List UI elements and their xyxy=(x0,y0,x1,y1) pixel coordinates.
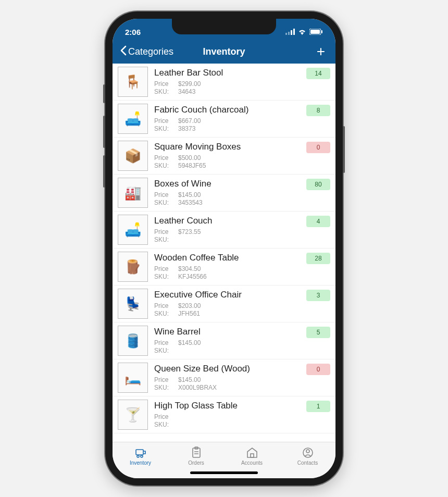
status-time: 2:06 xyxy=(125,28,141,36)
sku-label: SKU: xyxy=(154,273,178,280)
price-label: Price xyxy=(154,339,178,346)
item-info: Boxes of WinePrice$145.00SKU:3453543 xyxy=(154,178,300,206)
item-meta: Price$145.00SKU: xyxy=(154,339,300,354)
inventory-icon xyxy=(134,446,147,459)
item-meta: Price$145.00SKU:3453543 xyxy=(154,191,300,206)
list-item[interactable]: 🍸High Top Glass TablePriceSKU:1 xyxy=(113,396,335,433)
item-meta: Price$299.00SKU:34643 xyxy=(154,80,300,95)
tab-contacts[interactable]: Contacts xyxy=(280,442,335,470)
sku-label: SKU: xyxy=(154,384,178,391)
item-info: Wooden Coffee TablePrice$304.50SKU:KFJ45… xyxy=(154,252,300,280)
side-button xyxy=(103,84,105,103)
quantity-badge: 3 xyxy=(306,290,330,301)
sku-value: 38373 xyxy=(178,125,300,132)
item-info: Square Moving BoxesPrice$500.00SKU:5948J… xyxy=(154,141,300,169)
item-info: Executive Office ChairPrice$203.00SKU:JF… xyxy=(154,289,300,317)
item-name: Square Moving Boxes xyxy=(154,142,300,152)
sku-label: SKU: xyxy=(154,88,178,95)
contacts-icon xyxy=(302,446,314,459)
item-thumbnail: 🍸 xyxy=(118,400,148,430)
inventory-list[interactable]: 🪑Leather Bar StoolPrice$299.00SKU:346431… xyxy=(113,64,335,442)
sku-label: SKU: xyxy=(154,236,178,243)
sku-value xyxy=(178,347,300,354)
item-name: Wooden Coffee Table xyxy=(154,253,300,263)
price-value xyxy=(178,413,300,420)
list-item[interactable]: 🏭Boxes of WinePrice$145.00SKU:345354380 xyxy=(113,175,335,212)
sku-value: 34643 xyxy=(178,88,300,95)
item-name: Executive Office Chair xyxy=(154,290,300,300)
item-thumbnail: 🪑 xyxy=(118,67,148,97)
tab-inventory[interactable]: Inventory xyxy=(113,442,168,470)
item-thumbnail: 🏭 xyxy=(118,178,148,208)
accounts-icon xyxy=(246,446,258,459)
svg-rect-14 xyxy=(251,454,254,457)
signal-icon xyxy=(285,28,295,36)
item-info: Fabric Couch (charcoal)Price$667.00SKU:3… xyxy=(154,104,300,132)
list-item[interactable]: 💺Executive Office ChairPrice$203.00SKU:J… xyxy=(113,285,335,322)
svg-rect-1 xyxy=(288,32,290,35)
sku-value: 3453543 xyxy=(178,199,300,206)
quantity-badge: 5 xyxy=(306,327,330,338)
tab-orders[interactable]: Orders xyxy=(168,442,224,470)
tab-accounts[interactable]: Accounts xyxy=(224,442,280,470)
price-value: $667.00 xyxy=(178,117,300,125)
sku-label: SKU: xyxy=(154,310,178,317)
item-name: Leather Couch xyxy=(154,216,300,226)
item-info: Wine BarrelPrice$145.00SKU: xyxy=(154,326,300,354)
price-label: Price xyxy=(154,191,178,198)
svg-rect-5 xyxy=(310,30,320,34)
item-meta: Price$203.00SKU:JFH561 xyxy=(154,302,300,317)
sku-value: JFH561 xyxy=(178,310,300,317)
svg-point-8 xyxy=(137,455,139,457)
battery-icon xyxy=(309,28,323,36)
quantity-badge: 4 xyxy=(306,216,330,227)
svg-rect-3 xyxy=(293,29,295,35)
quantity-badge: 28 xyxy=(306,253,330,264)
tab-label: Orders xyxy=(188,460,204,466)
item-name: Leather Bar Stool xyxy=(154,68,300,78)
item-thumbnail: 📦 xyxy=(118,141,148,171)
status-icons xyxy=(285,28,323,36)
list-item[interactable]: 🪵Wooden Coffee TablePrice$304.50SKU:KFJ4… xyxy=(113,249,335,285)
item-info: Leather Bar StoolPrice$299.00SKU:34643 xyxy=(154,67,300,95)
tab-label: Contacts xyxy=(297,460,318,466)
svg-rect-0 xyxy=(285,33,287,35)
list-item[interactable]: 🛏️Queen Size Bed (Wood)Price$145.00SKU:X… xyxy=(113,359,335,396)
list-item[interactable]: 🪑Leather Bar StoolPrice$299.00SKU:346431… xyxy=(113,64,335,101)
price-label: Price xyxy=(154,376,178,383)
home-indicator[interactable] xyxy=(190,471,258,474)
quantity-badge: 0 xyxy=(306,364,330,375)
list-item[interactable]: 📦Square Moving BoxesPrice$500.00SKU:5948… xyxy=(113,138,335,175)
item-thumbnail: 🪵 xyxy=(118,252,148,282)
back-label: Categories xyxy=(128,46,173,57)
add-button[interactable]: + xyxy=(317,44,328,59)
sku-label: SKU: xyxy=(154,199,178,206)
svg-rect-6 xyxy=(321,30,322,33)
item-info: High Top Glass TablePriceSKU: xyxy=(154,400,300,428)
sku-label: SKU: xyxy=(154,347,178,354)
price-label: Price xyxy=(154,413,178,420)
plus-icon: + xyxy=(317,43,325,59)
nav-bar: Categories Inventory + xyxy=(113,40,335,64)
item-name: Wine Barrel xyxy=(154,327,300,337)
list-item[interactable]: 🛋️Fabric Couch (charcoal)Price$667.00SKU… xyxy=(113,101,335,138)
item-info: Leather CouchPrice$723.55SKU: xyxy=(154,215,300,243)
item-name: Queen Size Bed (Wood) xyxy=(154,364,300,374)
svg-rect-2 xyxy=(291,30,292,35)
list-item[interactable]: 🛋️Leather CouchPrice$723.55SKU:4 xyxy=(113,212,335,249)
sku-value: KFJ45566 xyxy=(178,273,300,280)
side-button xyxy=(103,155,105,188)
side-button xyxy=(103,116,105,148)
sku-value: 5948JF65 xyxy=(178,162,300,169)
back-button[interactable]: Categories xyxy=(120,45,173,58)
item-thumbnail: 💺 xyxy=(118,289,148,319)
sku-value: X000L9BRAX xyxy=(178,384,300,391)
sku-label: SKU: xyxy=(154,162,178,169)
price-value: $203.00 xyxy=(178,302,300,309)
tab-label: Accounts xyxy=(241,460,263,466)
orders-icon xyxy=(190,446,203,459)
quantity-badge: 80 xyxy=(306,179,330,190)
item-meta: Price$667.00SKU:38373 xyxy=(154,117,300,132)
item-meta: PriceSKU: xyxy=(154,413,300,428)
list-item[interactable]: 🛢️Wine BarrelPrice$145.00SKU:5 xyxy=(113,322,335,359)
